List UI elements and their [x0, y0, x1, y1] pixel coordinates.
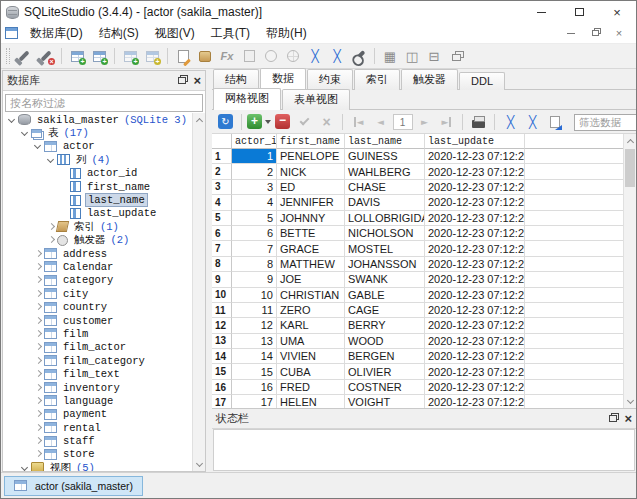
tree-item-category[interactable]: category: [3, 274, 192, 287]
grid-corner-cell[interactable]: [212, 134, 232, 149]
maximize-button[interactable]: [560, 1, 598, 23]
grid-scrollbar-thumb[interactable]: [625, 149, 635, 187]
tab-触发器[interactable]: 触发器: [401, 69, 458, 90]
rollback-button[interactable]: ×: [316, 112, 337, 132]
cell-actor_id[interactable]: 14: [232, 349, 277, 364]
tree-scrollbar[interactable]: [192, 113, 205, 471]
cell-actor_id[interactable]: 1: [232, 149, 277, 164]
cell-actor_id[interactable]: 13: [232, 334, 277, 349]
tree-item-列[interactable]: 列(4): [3, 153, 192, 166]
tree-item-customer[interactable]: customer: [3, 314, 192, 327]
cell-first_name[interactable]: JENNIFER: [277, 195, 345, 210]
cell-actor_id[interactable]: 6: [232, 226, 277, 241]
minimize-button[interactable]: [522, 1, 560, 23]
dock-close-icon[interactable]: ×: [193, 74, 201, 87]
menu-数据库(D)[interactable]: 数据库(D): [22, 23, 91, 44]
tree-item-payment[interactable]: payment: [3, 408, 192, 421]
cell-last_name[interactable]: DAVIS: [345, 195, 425, 210]
cell-last_name[interactable]: GUINESS: [345, 149, 425, 164]
row-number[interactable]: 12: [212, 318, 232, 333]
cell-last_name[interactable]: WOOD: [345, 334, 425, 349]
column-header-last_name[interactable]: last_name: [345, 134, 425, 149]
cell-first_name[interactable]: JOE: [277, 272, 345, 287]
taskbar-item-actor (sakila_master)[interactable]: actor (sakila_master): [4, 476, 143, 496]
cell-last_name[interactable]: CHASE: [345, 180, 425, 195]
row-number[interactable]: 10: [212, 288, 232, 303]
cell-actor_id[interactable]: 12: [232, 318, 277, 333]
row-number[interactable]: 14: [212, 349, 232, 364]
collapse-arrow-icon[interactable]: [33, 449, 43, 459]
cell-first_name[interactable]: GRACE: [277, 241, 345, 256]
view-tab-网格视图[interactable]: 网格视图: [213, 88, 281, 110]
disconnect-button[interactable]: ×: [35, 46, 57, 66]
tree-item-last_name[interactable]: last_name: [3, 193, 192, 206]
scroll-down-icon[interactable]: [193, 458, 205, 471]
row-number[interactable]: 13: [212, 334, 232, 349]
function-editor-button[interactable]: Fx: [216, 46, 238, 66]
cell-actor_id[interactable]: 15: [232, 364, 277, 379]
collapse-arrow-icon[interactable]: [46, 222, 56, 232]
refresh-data-button[interactable]: ↻: [215, 112, 236, 132]
cell-last_name[interactable]: VOIGHT: [345, 395, 425, 408]
cell-last_name[interactable]: LOLLOBRIGIDA: [345, 211, 425, 226]
expand-arrow-icon[interactable]: [20, 463, 30, 471]
cell-last_name[interactable]: MOSTEL: [345, 241, 425, 256]
cell-last_name[interactable]: NICHOLSON: [345, 226, 425, 241]
tree-item-触发器[interactable]: 触发器(2): [3, 234, 192, 247]
cell-last_update[interactable]: 2020-12-23 07:12:29: [425, 241, 525, 256]
cell-last_update[interactable]: 2020-12-23 07:12:29: [425, 226, 525, 241]
tree-item-address[interactable]: address: [3, 247, 192, 260]
row-number[interactable]: 5: [212, 211, 232, 226]
cell-last_update[interactable]: 2020-12-23 07:12:29: [425, 334, 525, 349]
tree-item-rental[interactable]: rental: [3, 421, 192, 434]
row-number[interactable]: 2: [212, 164, 232, 179]
import-button[interactable]: [260, 46, 282, 66]
delete-row-button[interactable]: −: [272, 112, 293, 132]
cell-first_name[interactable]: NICK: [277, 164, 345, 179]
row-number[interactable]: 17: [212, 395, 232, 408]
cell-last_name[interactable]: OLIVIER: [345, 364, 425, 379]
cell-last_name[interactable]: COSTNER: [345, 380, 425, 395]
row-number[interactable]: 9: [212, 272, 232, 287]
page-number-box[interactable]: 1: [392, 112, 413, 132]
collapse-arrow-icon[interactable]: [33, 329, 43, 339]
export-button[interactable]: [282, 46, 304, 66]
cell-last_name[interactable]: BERRY: [345, 318, 425, 333]
view-tab-表单视图[interactable]: 表单视图: [282, 89, 350, 110]
fullscreen-button[interactable]: ╳: [326, 46, 348, 66]
status-undock-icon[interactable]: [609, 415, 617, 422]
cell-actor_id[interactable]: 5: [232, 211, 277, 226]
toolbar-drag-handle[interactable]: [6, 48, 10, 64]
column-header-first_name[interactable]: first_name: [277, 134, 345, 149]
add-row-button[interactable]: +: [247, 112, 271, 132]
cell-first_name[interactable]: CUBA: [277, 364, 345, 379]
cell-actor_id[interactable]: 8: [232, 257, 277, 272]
row-number[interactable]: 3: [212, 180, 232, 195]
cell-last_name[interactable]: BERGEN: [345, 349, 425, 364]
fit-rows-button[interactable]: ╳: [522, 112, 543, 132]
menu-帮助(H)[interactable]: 帮助(H): [258, 23, 315, 44]
row-number[interactable]: 8: [212, 257, 232, 272]
config-button[interactable]: [348, 46, 370, 66]
grid-scroll-down-icon[interactable]: [624, 395, 636, 408]
cell-first_name[interactable]: MATTHEW: [277, 257, 345, 272]
expand-arrow-icon[interactable]: [46, 155, 56, 165]
status-close-icon[interactable]: ×: [624, 412, 632, 425]
collapse-arrow-icon[interactable]: [33, 342, 43, 352]
open-sql-editor-button[interactable]: [172, 46, 194, 66]
mdi-minimize-button[interactable]: [564, 27, 578, 39]
cell-first_name[interactable]: VIVIEN: [277, 349, 345, 364]
tab-索引[interactable]: 索引: [354, 69, 400, 90]
row-number[interactable]: 4: [212, 195, 232, 210]
tree-item-actor[interactable]: actor: [3, 140, 192, 153]
add-database-button[interactable]: +: [66, 46, 88, 66]
cell-actor_id[interactable]: 10: [232, 288, 277, 303]
tab-数据[interactable]: 数据: [260, 68, 306, 90]
cell-last_name[interactable]: JOHANSSON: [345, 257, 425, 272]
cell-first_name[interactable]: ED: [277, 180, 345, 195]
collapse-arrow-icon[interactable]: [33, 423, 43, 433]
cell-actor_id[interactable]: 11: [232, 303, 277, 318]
tree-item-film[interactable]: film: [3, 327, 192, 340]
cell-last_update[interactable]: 2020-12-23 07:12:29: [425, 257, 525, 272]
edit-database-button[interactable]: +: [88, 46, 110, 66]
